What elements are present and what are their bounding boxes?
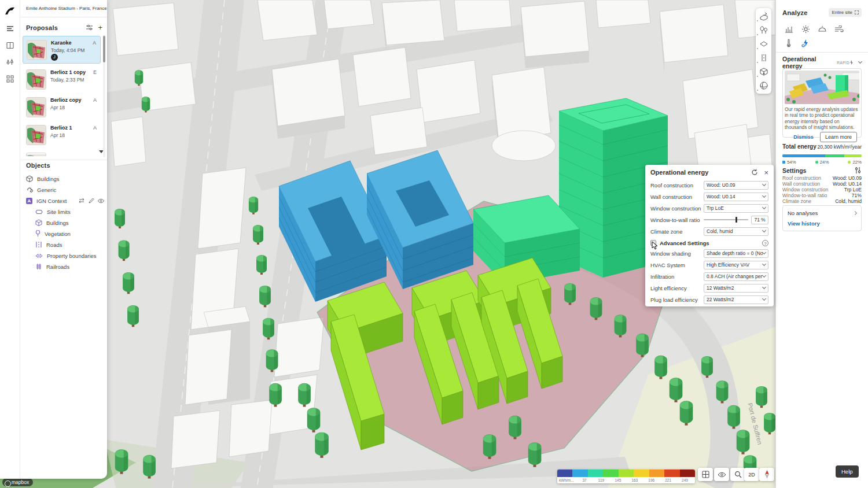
advanced-settings-label: Advanced Settings	[660, 240, 762, 246]
swap-icon[interactable]	[78, 198, 85, 204]
field-label: HVAC System	[650, 262, 704, 268]
library-icon[interactable]	[6, 41, 14, 50]
object-row-site-limits[interactable]: Site limits	[35, 206, 105, 217]
object-row-railroads[interactable]: Railroads	[35, 261, 105, 272]
field-label: Roof construction	[650, 182, 704, 188]
climate-zone-select[interactable]: Cold, humid	[704, 227, 768, 236]
help-button[interactable]: Help	[836, 465, 859, 478]
plug-load-efficiency-select[interactable]: 22 Watts/m2	[704, 295, 768, 304]
help-icon[interactable]: ?	[762, 240, 768, 246]
chevron-down-icon[interactable]	[858, 60, 862, 64]
object-row-roads[interactable]: Roads	[35, 239, 105, 250]
proposal-name: Berlioz 1	[50, 125, 72, 131]
object-row-vegetation[interactable]: Vegetation	[35, 228, 105, 239]
field-roof-construction: Roof construction Wood: U0.09	[650, 180, 768, 190]
trees-icon[interactable]	[6, 58, 14, 66]
light-efficiency-select[interactable]: 12 Watts/m2	[704, 284, 768, 293]
sliders-icon[interactable]	[854, 167, 862, 174]
visibility-button[interactable]	[714, 468, 729, 481]
generic-object-tool-icon[interactable]	[759, 67, 768, 76]
object-label: Site limits	[47, 209, 71, 215]
close-icon[interactable]: ×	[764, 168, 768, 177]
refresh-icon[interactable]	[751, 169, 758, 176]
vegetation-tool-icon[interactable]	[759, 25, 768, 35]
energy-distribution-legend: 54% 24% 22%	[782, 160, 862, 165]
proposal-item[interactable]: Karaoke Today, 4:04 PM A J	[23, 36, 101, 64]
object-row-property-boundaries[interactable]: Property boundaries	[35, 250, 105, 261]
daylight-icon[interactable]	[814, 22, 831, 36]
field-label: Window shading	[650, 250, 704, 257]
proposal-item[interactable]: Berlioz 1 Apr 18 A	[23, 121, 101, 149]
infiltration-select[interactable]: 0.8 ACH (Air changes per ho...	[704, 272, 768, 281]
window-shading-select[interactable]: Shade depth ratio = 0 (No s...	[704, 249, 768, 258]
object-row-ign-buildings[interactable]: Buildings	[35, 217, 105, 228]
compass-button[interactable]	[759, 468, 774, 481]
proposal-date: Today, 2:33 PM	[50, 77, 86, 83]
edit-icon[interactable]	[88, 198, 94, 204]
2d-mode-button[interactable]: 2D	[744, 468, 759, 481]
object-row-ign-context[interactable]: A IGN Context	[26, 195, 105, 206]
sun-icon[interactable]	[797, 22, 814, 36]
field-window-construction: Window construction Trp LoE	[650, 203, 768, 213]
object-label: Railroads	[46, 264, 69, 270]
menu-icon[interactable]	[6, 24, 14, 33]
proposal-badge: A	[93, 125, 97, 131]
site-limit-tool-icon[interactable]	[759, 39, 768, 49]
analyze-title: Analyze	[782, 9, 829, 16]
forma-logo-icon[interactable]	[4, 5, 16, 16]
visibility-icon[interactable]	[97, 198, 105, 204]
proposal-badge: E	[93, 69, 97, 75]
wall-construction-select[interactable]: Wood: U0.14	[704, 193, 768, 201]
view-history-link[interactable]: View history	[788, 220, 856, 227]
energy-icon[interactable]	[797, 36, 814, 50]
area-metrics-icon[interactable]	[781, 22, 797, 36]
wwr-value[interactable]: 71%	[751, 216, 768, 224]
proposal-item[interactable]: Berlioz 1 copy Today, 2:33 PM E	[23, 66, 101, 94]
property-boundaries-icon	[35, 253, 43, 258]
proposal-thumbnail	[26, 125, 46, 145]
draw-building-icon[interactable]	[759, 12, 768, 21]
object-row-buildings[interactable]: Buildings	[26, 173, 105, 184]
3d-shape-tool-icon[interactable]	[759, 81, 768, 90]
generic-icon	[26, 186, 33, 193]
proposal-date: Apr 18	[50, 105, 82, 110]
energy-distribution-bar	[782, 154, 862, 157]
thermometer-icon[interactable]	[781, 36, 797, 50]
no-analyses-row[interactable]: No analyses	[788, 210, 856, 216]
field-label: Light efficiency	[650, 285, 704, 291]
dismiss-button[interactable]: Dismiss	[787, 134, 820, 140]
zoom-button[interactable]	[730, 468, 745, 481]
operational-energy-section[interactable]: Operational energy RAPID	[782, 56, 862, 69]
settings-title: Settings	[782, 167, 854, 174]
select-area-icon	[855, 10, 859, 14]
wwr-slider[interactable]	[704, 219, 748, 220]
grid-icon	[702, 471, 709, 478]
mapbox-attribution[interactable]: mapbox	[2, 478, 33, 486]
project-title[interactable]: Emile Anthoine Stadium - Paris, France	[20, 0, 107, 17]
total-energy-label: Total energy	[782, 143, 817, 150]
field-label: Infiltration	[650, 273, 704, 280]
hvac-system-select[interactable]: High Efficiency VAV	[704, 261, 768, 269]
proposal-item-partial[interactable]	[23, 149, 101, 156]
object-row-generic[interactable]: Generic	[26, 184, 105, 195]
proposals-title: Proposals	[26, 24, 58, 31]
add-proposal-button[interactable]: +	[98, 23, 102, 32]
entire-site-button[interactable]: Entire site	[829, 8, 862, 17]
filter-icon[interactable]	[86, 24, 93, 31]
legend-gradient-bar	[557, 469, 695, 477]
proposal-badge: A	[93, 97, 97, 103]
left-sidebar: Emile Anthoine Stadium - Paris, France P…	[0, 0, 107, 479]
proposals-scrollbar[interactable]	[103, 35, 105, 157]
apps-grid-icon[interactable]	[6, 75, 14, 83]
roof-construction-select[interactable]: Wood: U0.09	[704, 181, 768, 190]
road-tool-icon[interactable]	[759, 53, 768, 62]
wind-icon[interactable]	[830, 22, 847, 36]
layout-grid-button[interactable]	[698, 468, 713, 481]
wwr-slider-handle[interactable]	[735, 217, 737, 223]
field-climate-zone: Climate zone Cold, humid	[650, 226, 768, 236]
window-construction-select[interactable]: Trp LoE	[704, 204, 768, 213]
proposal-date: Today, 4:04 PM	[51, 47, 84, 53]
learn-more-button[interactable]: Learn more	[820, 132, 857, 142]
buildings-icon	[26, 175, 33, 182]
proposal-item[interactable]: Berlioz copy Apr 18 A	[23, 94, 101, 121]
